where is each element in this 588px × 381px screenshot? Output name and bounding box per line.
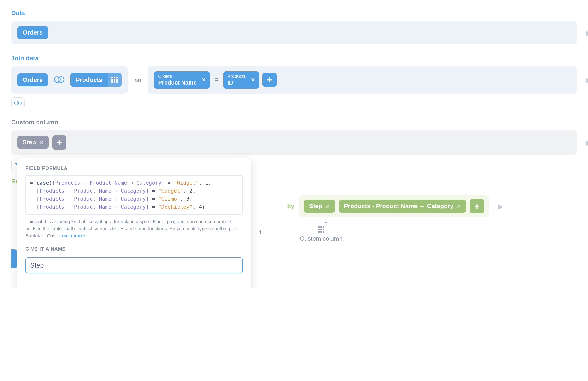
code-num: 3: [186, 196, 189, 202]
collapse-arrow-icon[interactable]: ▶: [498, 202, 503, 210]
join-equals-text: =: [213, 76, 220, 84]
section-label-join: Join data: [11, 55, 577, 62]
code-keyword: case: [37, 180, 49, 186]
code-field: [Products - Product Name → Category]: [37, 188, 149, 194]
code-string: "Doohickey": [158, 204, 193, 210]
update-button[interactable]: Update: [210, 288, 243, 288]
custom-column-editor-popover: FIELD FORMULA = case([Products - Product…: [18, 158, 251, 288]
sort-field-chip-2[interactable]: Products - Product Name → Category ×: [339, 200, 466, 213]
section-label-custom-column: Custom column: [11, 119, 577, 126]
remove-left-field-icon[interactable]: ×: [202, 76, 206, 84]
code-op: =: [149, 204, 158, 210]
join-left-field-table: Orders: [158, 74, 197, 79]
join-right-table-label: Products: [70, 73, 107, 87]
give-name-label: GIVE IT A NAME: [25, 246, 243, 252]
code-open: (: [49, 180, 52, 186]
custom-column-chip[interactable]: Step ×: [18, 136, 49, 149]
custom-column-panel: Step × + ▶ FIELD FORMULA = case([Product…: [11, 130, 577, 155]
collapse-arrow-icon[interactable]: ▶: [586, 138, 588, 147]
field-formula-label: FIELD FORMULA: [25, 166, 243, 171]
section-label-data: Data: [11, 9, 577, 17]
visualize-button-partial[interactable]: [11, 249, 17, 268]
code-field: [Products - Product Name → Category]: [37, 196, 149, 202]
sort-field-2-label: Products - Product Name → Category: [344, 203, 454, 210]
join-left-panel: Orders Products: [11, 66, 128, 94]
custom-column-step-label: Custom column: [300, 235, 343, 242]
add-custom-column-step[interactable]: Custom column: [300, 222, 343, 242]
data-panel[interactable]: Orders ▶: [11, 21, 577, 44]
remove-right-field-icon[interactable]: ×: [251, 76, 255, 84]
join-left-table-label: Orders: [23, 76, 43, 84]
code-string: "Widget": [174, 180, 199, 186]
cancel-button[interactable]: Cancel: [173, 288, 206, 288]
sort-by-text: by: [287, 203, 294, 210]
help-text-body: Think of this as being kind of like writ…: [25, 219, 238, 238]
table-columns-icon[interactable]: [107, 73, 122, 87]
data-source-chip-label: Orders: [23, 29, 43, 36]
join-left-field-name: Product Name: [158, 79, 197, 86]
add-sort-field-button[interactable]: +: [470, 199, 484, 213]
code-field: [Products - Product Name → Category]: [37, 204, 149, 210]
code-field: [Products - Product Name → Category]: [52, 180, 165, 186]
add-join-condition-button[interactable]: +: [262, 73, 276, 87]
custom-column-chip-label: Step: [23, 139, 36, 146]
code-op: =: [149, 196, 158, 202]
formula-editor[interactable]: = case([Products - Product Name → Catego…: [25, 175, 243, 215]
row-limit-tail-text: t: [259, 229, 261, 236]
column-name-input[interactable]: [25, 257, 243, 273]
code-string: "Gadget": [158, 188, 183, 194]
join-left-table-chip[interactable]: Orders: [18, 74, 48, 86]
join-left-field-chip[interactable]: Orders Product Name ×: [154, 71, 210, 89]
code-num: 4: [199, 204, 202, 210]
collapse-arrow-icon[interactable]: ▶: [586, 76, 588, 84]
add-custom-column-button[interactable]: +: [52, 135, 66, 150]
collapse-arrow-icon[interactable]: ▶: [586, 28, 588, 37]
join-type-icon[interactable]: [52, 73, 66, 87]
join-right-field-name: ID: [228, 79, 246, 86]
data-source-chip[interactable]: Orders: [18, 26, 48, 39]
code-string: "Gizmo": [158, 196, 180, 202]
join-right-table-chip[interactable]: Products: [70, 73, 122, 87]
remove-custom-column-icon[interactable]: ×: [39, 139, 43, 146]
join-condition-panel: Orders Product Name × = Products ID × + …: [148, 66, 577, 94]
code-close: ): [202, 204, 205, 210]
sort-field-chip-1[interactable]: Step ×: [304, 200, 335, 213]
remove-sort-2-icon[interactable]: ×: [457, 203, 461, 210]
popover-divider: [18, 282, 251, 282]
custom-column-add-icon: [318, 222, 324, 233]
code-eq: =: [30, 180, 37, 186]
sort-field-1-label: Step: [309, 203, 322, 210]
join-on-text: on: [134, 66, 141, 94]
code-op: =: [149, 188, 158, 194]
code-num: 1: [205, 180, 208, 186]
add-join-step-button[interactable]: [11, 97, 24, 108]
sort-panel: Step × Products - Product Name → Categor…: [299, 195, 489, 217]
code-op: =: [165, 180, 174, 186]
learn-more-link[interactable]: Learn more: [59, 233, 85, 238]
remove-sort-1-icon[interactable]: ×: [326, 203, 330, 210]
code-num: 2: [189, 188, 193, 194]
join-right-field-table: Products: [228, 74, 246, 79]
join-right-field-chip[interactable]: Products ID ×: [223, 71, 259, 89]
formula-help-text: Think of this as being kind of like writ…: [25, 218, 243, 239]
